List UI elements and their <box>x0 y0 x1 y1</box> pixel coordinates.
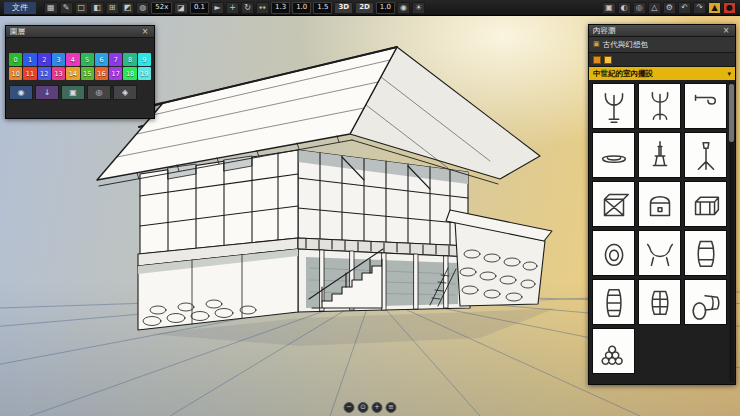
shade-icon[interactable]: ◩ <box>121 2 135 14</box>
layer-11[interactable]: 11 <box>23 67 36 80</box>
zoom-value[interactable]: 1.0 <box>376 2 395 14</box>
house-model[interactable] <box>97 47 556 346</box>
content-item-barrel-side[interactable] <box>684 279 727 325</box>
content-item-barrel-2[interactable] <box>592 279 635 325</box>
content-item-torch-stand[interactable] <box>684 132 727 178</box>
grid-toggle-icon[interactable]: ▦ <box>44 2 58 14</box>
pack-icon: ▣ <box>593 41 600 48</box>
barrel-icon <box>687 234 725 272</box>
bundle-icon-secondary[interactable] <box>604 56 612 64</box>
content-item-candelabra-double[interactable] <box>638 83 681 129</box>
taper-value[interactable]: 1.0 <box>292 2 311 14</box>
folder-icon[interactable]: ▣ <box>61 85 85 100</box>
content-item-barrel-3[interactable] <box>638 279 681 325</box>
line-weight-value[interactable]: 1.3 <box>271 2 290 14</box>
layer-14[interactable]: 14 <box>66 67 79 80</box>
undo-icon[interactable]: ↶ <box>678 2 691 14</box>
layer-tools: ◉↓▣◎◈ <box>6 83 154 102</box>
layers-panel-titlebar[interactable]: 圖層 × <box>6 26 154 38</box>
thickness-value[interactable]: 1.5 <box>313 2 332 14</box>
light-icon[interactable]: ☀ <box>412 2 425 14</box>
snap-icon[interactable]: ⊞ <box>106 2 119 14</box>
layer-0[interactable]: 0 <box>9 53 22 66</box>
wall-hook-icon <box>687 87 725 125</box>
content-scrollbar[interactable] <box>729 82 734 382</box>
pack-row[interactable]: ▣ 古代與幻想包 <box>589 37 735 53</box>
candelabra-icon <box>595 87 633 125</box>
record-icon[interactable]: ● <box>723 2 736 14</box>
multiplier-value[interactable]: 52x <box>151 2 172 14</box>
layer-19[interactable]: 19 <box>138 67 151 80</box>
layer-16[interactable]: 16 <box>95 67 108 80</box>
move-icon[interactable]: + <box>226 2 239 14</box>
scrollbar-thumb[interactable] <box>729 84 734 142</box>
content-item-candlestick[interactable] <box>638 132 681 178</box>
content-item-chest[interactable] <box>638 181 681 227</box>
content-item-wall-hook[interactable] <box>684 83 727 129</box>
content-item-strongbox[interactable] <box>684 181 727 227</box>
candelabra-double-icon <box>641 87 679 125</box>
close-icon[interactable]: × <box>721 26 731 36</box>
top-toolbar: 文件 ▦✎□◧⊞◩◍52x◪0.1►+↻↔1.31.01.53D2D1.0◉☀▣… <box>0 0 740 16</box>
content-item-plate[interactable] <box>592 132 635 178</box>
select-icon[interactable]: ► <box>211 2 224 14</box>
merge-icon[interactable]: ◈ <box>113 85 137 100</box>
layer-6[interactable]: 6 <box>95 53 108 66</box>
content-item-barrel[interactable] <box>684 230 727 276</box>
layer-17[interactable]: 17 <box>109 67 122 80</box>
content-item-trestle[interactable] <box>638 230 681 276</box>
mask-icon[interactable]: △ <box>648 2 661 14</box>
layer-1[interactable]: 1 <box>23 53 36 66</box>
mode-3d-button[interactable]: 3D <box>334 2 353 14</box>
eraser-icon[interactable]: ◪ <box>174 2 188 14</box>
torch-stand-icon <box>687 136 725 174</box>
brush-icon[interactable]: ◍ <box>136 2 149 14</box>
layer-4[interactable]: 4 <box>66 53 79 66</box>
close-icon[interactable]: × <box>140 27 150 37</box>
view-menu-button[interactable]: ≡ <box>386 402 397 413</box>
settings-icon[interactable]: ⚙ <box>663 2 676 14</box>
material-icon[interactable]: ◐ <box>618 2 631 14</box>
content-panel-titlebar[interactable]: 內容瀏 × <box>589 25 735 37</box>
file-menu-button[interactable]: 文件 <box>4 2 36 14</box>
redo-icon[interactable]: ↷ <box>693 2 706 14</box>
move-down-icon[interactable]: ↓ <box>35 85 59 100</box>
content-item-crate[interactable] <box>592 181 635 227</box>
layer-2[interactable]: 2 <box>38 53 51 66</box>
render-icon[interactable]: ◎ <box>633 2 646 14</box>
layers-icon[interactable]: ▣ <box>602 2 616 14</box>
pen-icon[interactable]: ✎ <box>60 2 73 14</box>
layer-12[interactable]: 12 <box>38 67 51 80</box>
layer-7[interactable]: 7 <box>109 53 122 66</box>
focus-button[interactable]: ⊙ <box>358 402 369 413</box>
bundle-icon-primary[interactable] <box>593 56 601 64</box>
layer-18[interactable]: 18 <box>123 67 136 80</box>
log-pile-icon <box>595 332 633 370</box>
warning-icon[interactable]: ▲ <box>708 2 721 14</box>
mode-2d-button[interactable]: 2D <box>355 2 374 14</box>
pack-label: 古代與幻想包 <box>603 40 648 50</box>
content-item-log-pile[interactable] <box>592 328 635 374</box>
zoom-in-button[interactable]: + <box>372 402 383 413</box>
rotate-icon[interactable]: ↻ <box>241 2 254 14</box>
category-row[interactable]: 中世紀的室內擺設 ▾ <box>589 67 735 80</box>
visibility-icon[interactable]: ◉ <box>9 85 33 100</box>
layer-grid: 012345678910111213141516171819 <box>6 50 154 83</box>
layer-15[interactable]: 15 <box>81 67 94 80</box>
box-select-icon[interactable]: □ <box>75 2 89 14</box>
layer-5[interactable]: 5 <box>81 53 94 66</box>
layer-13[interactable]: 13 <box>52 67 65 80</box>
content-item-round-shield[interactable] <box>592 230 635 276</box>
layers-panel-title: 圖層 <box>10 27 25 37</box>
mirror-icon[interactable]: ◧ <box>90 2 104 14</box>
content-item-candelabra[interactable] <box>592 83 635 129</box>
scale-icon[interactable]: ↔ <box>256 2 269 14</box>
opacity-value[interactable]: 0.1 <box>190 2 209 14</box>
zoom-out-button[interactable]: − <box>344 402 355 413</box>
layer-3[interactable]: 3 <box>52 53 65 66</box>
camera-icon[interactable]: ◉ <box>397 2 410 14</box>
layer-8[interactable]: 8 <box>123 53 136 66</box>
layer-9[interactable]: 9 <box>138 53 151 66</box>
layer-10[interactable]: 10 <box>9 67 22 80</box>
isolate-icon[interactable]: ◎ <box>87 85 111 100</box>
